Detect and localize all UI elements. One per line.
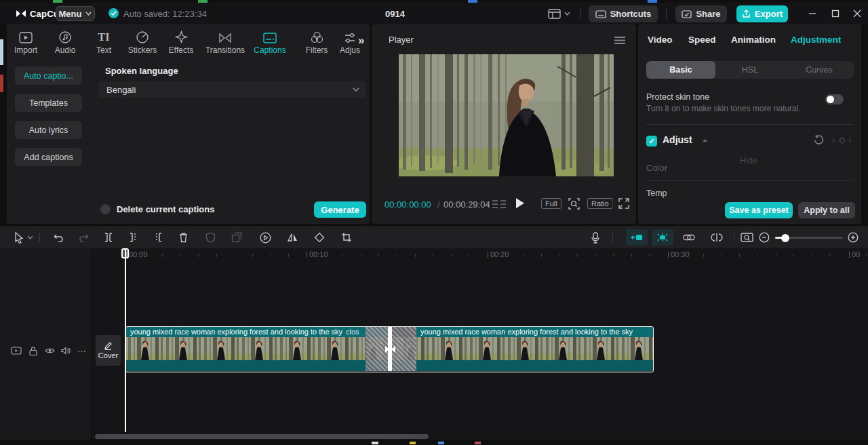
tab-stickers[interactable]: Stickers [121,28,164,58]
transition-icon[interactable] [384,345,396,353]
media-panel: Import Audio TI Text Stickers Effects Tr… [7,24,370,224]
language-value: Bengali [106,85,136,95]
tab-animation[interactable]: Animation [731,35,776,45]
keyframe-diamond-icon[interactable] [839,137,846,144]
speed-icon[interactable] [257,229,273,246]
shortcuts-button[interactable]: Shortcuts [589,5,658,22]
transitions-icon [197,28,254,43]
divider [612,199,613,208]
select-tool-caret-icon[interactable] [26,229,34,246]
share-button[interactable]: Share [675,5,727,22]
sidebar-item-auto-lyrics[interactable]: Auto lyrics [15,121,82,139]
tab-adjustment[interactable]: Adjustment [791,35,841,45]
tab-audio[interactable]: Audio [46,28,84,58]
language-select[interactable]: Bengali [98,81,366,98]
sidebar-item-templates[interactable]: Templates [15,94,82,112]
apply-all-label: Apply to all [804,206,849,215]
playhead-handle[interactable] [121,248,129,258]
tab-filters[interactable]: Filters [297,28,336,58]
reset-icon[interactable] [813,134,824,145]
video-clip[interactable]: young mixed race woman exploring forest … [126,327,389,371]
apply-to-all-button[interactable]: Apply to all [798,202,855,218]
full-button[interactable]: Full [541,198,561,209]
ruler-label: 00 [847,250,862,258]
subtab-basic[interactable]: Basic [646,61,715,79]
subtab-curves[interactable]: Curves [785,61,854,79]
delete-left-icon[interactable] [125,229,142,246]
tab-video[interactable]: Video [648,35,673,45]
layout-caret-icon[interactable] [564,12,570,16]
menu-button[interactable]: Menu [56,6,95,21]
export-button[interactable]: Export [736,5,788,22]
maximize-button[interactable] [826,5,845,22]
play-button[interactable] [515,197,525,209]
auto-snap-toggle[interactable] [626,229,648,246]
rotate-icon[interactable] [311,229,328,246]
expand-tabs-chevron[interactable]: » [358,34,364,47]
mute-track-icon[interactable] [60,345,72,357]
clip-caption-tail: clos [346,328,359,336]
layout-icon[interactable] [548,9,561,19]
prev-keyframe-icon[interactable]: ‹ [832,135,835,145]
tab-speed[interactable]: Speed [688,35,716,45]
delete-icon[interactable] [175,229,191,246]
tab-import[interactable]: Import [7,28,45,58]
unlink-icon[interactable] [709,229,725,246]
undo-icon[interactable] [52,229,68,246]
tab-captions[interactable]: Captions [248,28,292,58]
tab-text[interactable]: TI Text [85,28,123,58]
subtab-hsl[interactable]: HSL [715,61,785,79]
player-menu-icon[interactable] [614,36,626,45]
delete-captions-checkbox[interactable] [100,204,111,214]
tab-label: Filters [297,45,336,55]
frame-view-icon[interactable] [492,199,507,209]
playhead-line[interactable] [125,248,126,432]
clip-filmstrip [126,337,389,360]
lock-track-icon[interactable] [27,345,39,357]
track-more-icon[interactable]: ⋯ [76,345,88,357]
fullscreen-icon[interactable] [618,198,629,209]
next-keyframe-icon[interactable]: › [848,135,851,145]
zoom-slider-knob[interactable] [781,234,789,242]
timeline-scrollbar[interactable] [95,434,429,439]
timeline-zoom-slider[interactable] [775,237,843,239]
sidebar-item-auto-captions[interactable]: Auto captio... [15,66,82,85]
collapse-caret-icon[interactable] [702,138,708,142]
edit-cover-button[interactable]: Cover [96,335,121,366]
selected-clip-group[interactable]: young mixed race woman exploring forest … [125,326,654,372]
sidebar-item-add-captions[interactable]: Add captions [15,148,82,166]
close-button[interactable] [848,5,867,22]
video-preview[interactable] [399,54,614,176]
magnetic-timeline-toggle[interactable] [652,229,673,246]
zoom-in-icon[interactable] [845,229,861,246]
record-voiceover-icon[interactable] [587,229,604,246]
chevron-down-icon [353,88,359,92]
delete-right-icon[interactable] [150,229,166,246]
ratio-button[interactable]: Ratio [587,198,613,209]
clip-caption-text: young mixed race woman exploring forest … [126,327,389,337]
protect-skin-tone-toggle[interactable] [825,94,844,104]
toggle-visibility-icon[interactable] [43,345,56,357]
crop-icon[interactable] [338,229,355,246]
preview-quality-icon[interactable] [738,229,755,246]
preview-zoom-icon[interactable] [568,198,580,210]
divider [646,124,854,125]
adjust-checkbox[interactable]: ✓ [646,136,657,147]
video-clip[interactable]: young mixed race woman exploring forest … [392,327,654,371]
redo-icon[interactable] [75,229,91,246]
duration-timecode: 00:00:29:04 [443,199,490,210]
select-tool-icon[interactable] [11,229,27,246]
effects-icon [161,28,201,43]
link-icon[interactable] [681,229,697,246]
split-icon[interactable] [100,229,117,246]
minimize-button[interactable] [803,5,822,22]
tab-effects[interactable]: Effects [161,28,201,58]
tab-label: Effects [161,45,201,55]
zoom-out-icon[interactable] [756,229,772,246]
freeze-icon[interactable] [202,229,218,246]
generate-button[interactable]: Generate [314,201,366,218]
mirror-icon[interactable] [284,229,300,246]
save-as-preset-button[interactable]: Save as preset [725,202,793,218]
tab-transitions[interactable]: Transitions [197,28,254,58]
overlay-icon[interactable] [229,229,245,246]
